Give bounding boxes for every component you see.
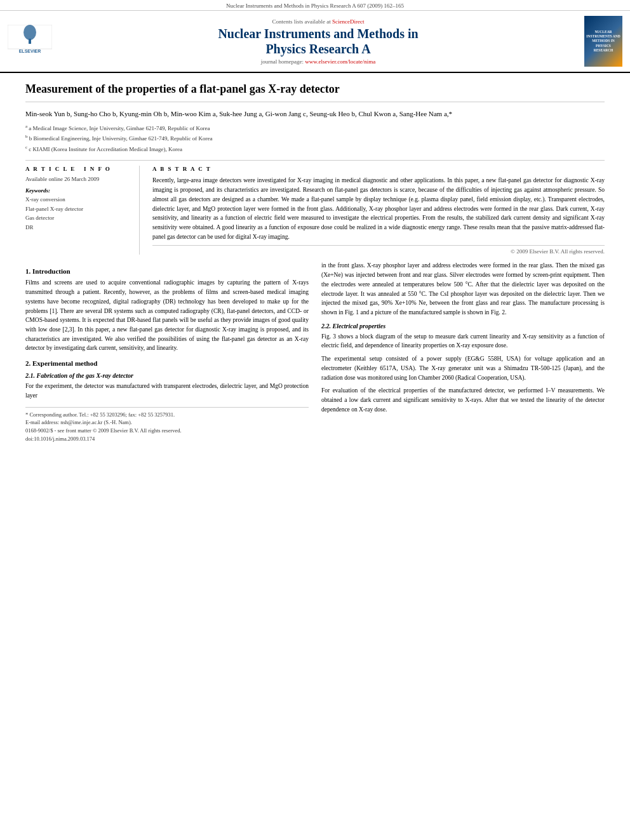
intro-heading: 1. Introduction [25,267,309,275]
elec-text1: Fig. 3 shows a block diagram of the setu… [321,332,605,350]
homepage-url[interactable]: www.elsevier.com/locate/nima [305,58,375,65]
elec-text3: For evaluation of the electrical propert… [321,386,605,414]
article-info-abstract: A R T I C L E I N F O Available online 2… [25,166,605,255]
journal-title: Nuclear Instruments and Methods in Physi… [58,26,578,57]
keyword-1: X-ray conversion [25,195,131,204]
divider-affiliations [25,160,605,161]
right-col-text1: in the front glass. X-ray phosphor layer… [321,261,605,317]
journal-homepage: journal homepage: www.elsevier.com/locat… [58,58,578,65]
elec-heading: 2.2. Electrical properties [321,323,605,330]
body-col-right: in the front glass. X-ray phosphor layer… [321,261,605,443]
keyword-2: Flat-panel X-ray detector [25,204,131,213]
copyright-line: © 2009 Elsevier B.V. All rights reserved… [152,245,605,255]
page-wrapper: Nuclear Instruments and Methods in Physi… [0,0,630,450]
footnote-doi: doi:10.1016/j.nima.2009.03.174 [25,435,309,443]
abstract-text: Recently, large-area image detectors wer… [152,176,605,241]
intro-text: Films and screens are used to acquire co… [25,278,309,353]
fab-text: For the experiment, the detector was man… [25,382,309,400]
journal-header: ELSEVIER Contents lists available at Sci… [0,11,630,73]
svg-point-1 [23,25,36,40]
footnote-corresponding: * Corresponding author. Tel.: +82 55 320… [25,411,309,419]
journal-center: Contents lists available at ScienceDirec… [58,18,578,65]
elec-text2: The experimental setup consisted of a po… [321,354,605,382]
affiliation-b: b b Biomedical Engineering, Inje Univers… [25,133,605,143]
fab-heading: 2.1. Fabrication of the gas X-ray detect… [25,372,309,379]
exp-heading: 2. Experimental method [25,359,309,367]
keywords-label: Keywords: [25,187,131,194]
svg-rect-2 [29,39,31,44]
cover-image: NUCLEAR INSTRUMENTS AND METHODS IN PHYSI… [584,16,622,67]
footnote-area: * Corresponding author. Tel.: +82 55 320… [25,407,309,443]
sciencedirect-url[interactable]: ScienceDirect [332,18,364,25]
footnote-copyright: 0168-9002/$ - see front matter © 2009 El… [25,427,309,435]
top-bar: Nuclear Instruments and Methods in Physi… [0,0,630,11]
article-info-label: A R T I C L E I N F O [25,166,131,172]
keywords-list: X-ray conversion Flat-panel X-ray detect… [25,195,131,232]
body-col-left: 1. Introduction Films and screens are us… [25,261,309,443]
affiliation-a: a a Medical Image Science, Inje Universi… [25,123,605,133]
body-content: 1. Introduction Films and screens are us… [25,261,605,443]
affiliations: a a Medical Image Science, Inje Universi… [25,123,605,154]
article-title: Measurement of the properties of a flat-… [25,82,605,102]
sciencedirect-link: Contents lists available at ScienceDirec… [58,18,578,25]
journal-citation: Nuclear Instruments and Methods in Physi… [226,3,404,9]
available-online: Available online 26 March 2009 [25,176,131,182]
abstract-col: A B S T R A C T Recently, large-area ima… [152,166,605,255]
keyword-4: DR [25,223,131,232]
footnote-email: E-mail address: nsh@ime.inje.ac.kr (S.-H… [25,418,309,427]
article-info-col: A R T I C L E I N F O Available online 2… [25,166,140,255]
affiliation-c: c c KIAMI (Korea Institute for Accredita… [25,144,605,154]
svg-text:ELSEVIER: ELSEVIER [19,49,41,53]
main-content: Measurement of the properties of a flat-… [0,73,630,450]
abstract-label: A B S T R A C T [152,166,605,172]
authors: Min-seok Yun b, Sung-ho Cho b, Kyung-min… [25,109,605,119]
keyword-3: Gas detector [25,213,131,222]
elsevier-logo: ELSEVIER [8,25,52,58]
